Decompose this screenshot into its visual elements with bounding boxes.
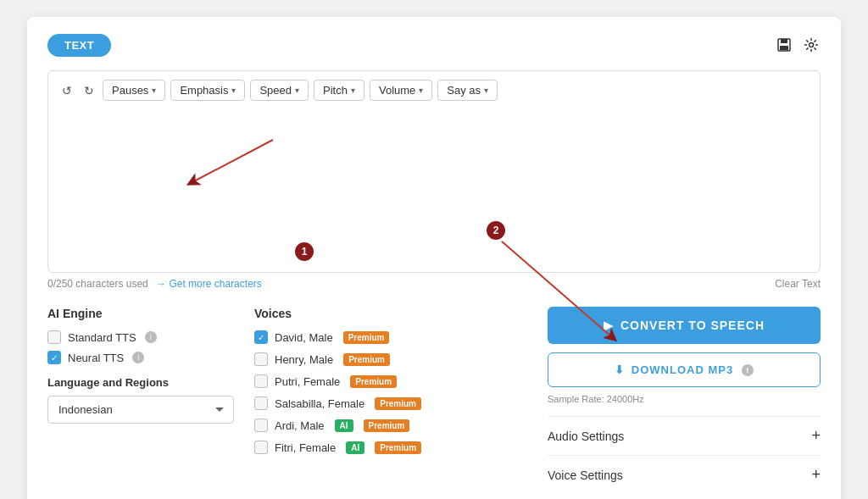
annotation-2: 2 bbox=[487, 221, 505, 240]
badge-ai-fitri: AI bbox=[346, 441, 364, 454]
voice-checkbox-ardi[interactable] bbox=[254, 419, 268, 432]
voices-panel: Voices ✓ David, Male Premium Henry, Male… bbox=[254, 307, 527, 463]
voice-label-david: David, Male bbox=[275, 331, 333, 344]
redo-button[interactable]: ↻ bbox=[81, 82, 97, 99]
undo-button[interactable]: ↺ bbox=[58, 82, 75, 99]
download-info-icon[interactable]: i bbox=[742, 364, 754, 376]
ai-engine-title: AI Engine bbox=[47, 307, 234, 320]
ai-engine-panel: AI Engine Standard TTS i ✓ Neural TTS i … bbox=[47, 307, 234, 424]
voice-settings-row[interactable]: Voice Settings + bbox=[548, 455, 821, 494]
clear-text-button[interactable]: Clear Text bbox=[775, 278, 821, 290]
get-more-link[interactable]: → Get more characters bbox=[156, 278, 262, 290]
badge-premium-putri: Premium bbox=[350, 375, 397, 388]
neural-tts-label: Neural TTS bbox=[68, 352, 124, 364]
standard-tts-checkbox[interactable] bbox=[47, 330, 61, 344]
pitch-dropdown[interactable]: Pitch bbox=[314, 80, 364, 101]
say-as-dropdown[interactable]: Say as bbox=[437, 80, 498, 101]
speed-dropdown[interactable]: Speed bbox=[250, 80, 309, 101]
actions-panel: ▶ CONVERT TO SPEECH ⬇ DOWNLOAD MP3 i Sam… bbox=[548, 307, 821, 494]
language-select[interactable]: Indonesian bbox=[47, 396, 234, 424]
standard-tts-info-icon[interactable]: i bbox=[145, 331, 157, 343]
convert-to-speech-button[interactable]: ▶ CONVERT TO SPEECH bbox=[548, 307, 821, 344]
text-input[interactable] bbox=[58, 108, 810, 260]
save-icon[interactable] bbox=[776, 37, 793, 54]
svg-rect-1 bbox=[781, 39, 787, 43]
voice-checkbox-fitri[interactable] bbox=[254, 441, 268, 454]
voice-item-henry[interactable]: Henry, Male Premium bbox=[254, 352, 527, 366]
audio-settings-row[interactable]: Audio Settings + bbox=[548, 416, 821, 455]
toolbar: ↺ ↻ Pauses Emphasis Speed Pitch Volume S… bbox=[58, 80, 810, 101]
voice-checkbox-putri[interactable] bbox=[254, 374, 268, 388]
voice-item-fitri[interactable]: Fitri, Female AI Premium bbox=[254, 441, 527, 454]
voice-checkbox-david[interactable]: ✓ bbox=[254, 330, 268, 344]
svg-rect-2 bbox=[780, 46, 788, 50]
svg-point-3 bbox=[810, 42, 814, 47]
language-region-title: Language and Regions bbox=[47, 376, 234, 389]
neural-tts-option[interactable]: ✓ Neural TTS i bbox=[47, 351, 234, 364]
top-bar: TEXT bbox=[47, 34, 821, 57]
badge-ai-ardi: AI bbox=[335, 419, 353, 432]
pauses-dropdown[interactable]: Pauses bbox=[103, 80, 165, 101]
sample-rate: Sample Rate: 24000Hz bbox=[548, 394, 821, 404]
badge-premium-david: Premium bbox=[343, 331, 390, 344]
editor-footer: 0/250 characters used → Get more charact… bbox=[47, 278, 821, 290]
convert-label: CONVERT TO SPEECH bbox=[620, 319, 765, 332]
audio-settings-expand-icon: + bbox=[811, 427, 821, 445]
editor-area: ↺ ↻ Pauses Emphasis Speed Pitch Volume S… bbox=[47, 70, 821, 273]
emphasis-dropdown[interactable]: Emphasis bbox=[170, 80, 245, 101]
voice-item-ardi[interactable]: Ardi, Male AI Premium bbox=[254, 419, 527, 432]
top-icons bbox=[776, 37, 821, 54]
badge-premium-fitri: Premium bbox=[375, 441, 421, 454]
badge-premium-ardi: Premium bbox=[364, 419, 410, 432]
voice-label-putri: Putri, Female bbox=[275, 375, 340, 388]
main-container: TEXT ↺ ↻ Pauses Emphasis S bbox=[27, 17, 841, 499]
voice-item-david[interactable]: ✓ David, Male Premium bbox=[254, 330, 527, 344]
voice-label-fitri: Fitri, Female bbox=[275, 441, 336, 454]
voice-label-salsabilla: Salsabilla, Female bbox=[275, 397, 364, 410]
audio-settings-label: Audio Settings bbox=[548, 430, 624, 443]
neural-tts-info-icon[interactable]: i bbox=[132, 352, 144, 363]
annotation-1: 1 bbox=[295, 242, 314, 261]
download-icon: ⬇ bbox=[615, 363, 625, 376]
badge-premium-salsabilla: Premium bbox=[375, 397, 421, 410]
play-icon: ▶ bbox=[604, 319, 614, 332]
voices-title: Voices bbox=[254, 307, 527, 320]
neural-tts-checkbox[interactable]: ✓ bbox=[47, 351, 61, 364]
gear-icon[interactable] bbox=[804, 37, 821, 54]
badge-premium-henry: Premium bbox=[343, 353, 390, 366]
bottom-section: AI Engine Standard TTS i ✓ Neural TTS i … bbox=[47, 307, 821, 494]
voice-settings-label: Voice Settings bbox=[548, 469, 623, 482]
voice-item-salsabilla[interactable]: Salsabilla, Female Premium bbox=[254, 396, 527, 410]
voice-label-henry: Henry, Male bbox=[275, 353, 333, 366]
standard-tts-label: Standard TTS bbox=[68, 331, 136, 344]
text-tab-button[interactable]: TEXT bbox=[47, 34, 111, 57]
char-count: 0/250 characters used → Get more charact… bbox=[47, 278, 262, 290]
voice-item-putri[interactable]: Putri, Female Premium bbox=[254, 374, 527, 388]
download-label: DOWNLOAD MP3 bbox=[632, 363, 733, 376]
voice-checkbox-salsabilla[interactable] bbox=[254, 396, 268, 410]
voice-label-ardi: Ardi, Male bbox=[275, 419, 325, 432]
voice-settings-expand-icon: + bbox=[811, 466, 821, 484]
download-mp3-button[interactable]: ⬇ DOWNLOAD MP3 i bbox=[548, 352, 821, 387]
volume-dropdown[interactable]: Volume bbox=[370, 80, 432, 101]
voice-checkbox-henry[interactable] bbox=[254, 352, 268, 366]
standard-tts-option[interactable]: Standard TTS i bbox=[47, 330, 234, 344]
